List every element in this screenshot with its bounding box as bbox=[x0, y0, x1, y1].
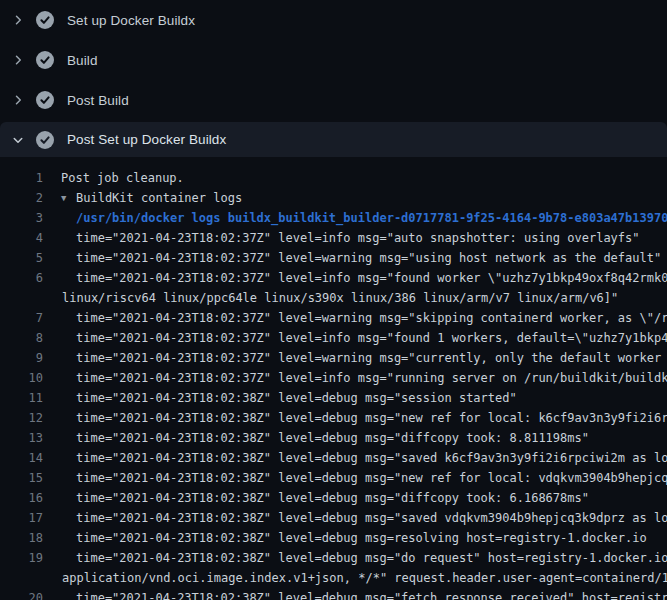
log-line-number bbox=[0, 568, 43, 588]
log-line-number[interactable]: 11 bbox=[0, 388, 43, 408]
log-line: 16 time="2021-04-23T18:02:38Z" level=deb… bbox=[0, 488, 667, 508]
log-line: 19 time="2021-04-23T18:02:38Z" level=deb… bbox=[0, 548, 667, 568]
step-label: Build bbox=[67, 53, 98, 68]
step-label: Set up Docker Buildx bbox=[67, 13, 195, 28]
check-circle-icon bbox=[36, 51, 54, 69]
log-line-number[interactable]: 12 bbox=[0, 408, 43, 428]
log-line-text: time="2021-04-23T18:02:38Z" level=debug … bbox=[76, 468, 667, 488]
check-circle-icon bbox=[36, 91, 54, 109]
log-line-text: time="2021-04-23T18:02:38Z" level=debug … bbox=[76, 548, 667, 568]
log-line: 14 time="2021-04-23T18:02:38Z" level=deb… bbox=[0, 448, 667, 468]
chevron-right-icon bbox=[10, 14, 36, 26]
log-line-text: time="2021-04-23T18:02:38Z" level=debug … bbox=[76, 448, 667, 468]
log-line-number[interactable]: 8 bbox=[0, 328, 43, 348]
log-line: 4 time="2021-04-23T18:02:37Z" level=info… bbox=[0, 228, 667, 248]
log-line: 7 time="2021-04-23T18:02:37Z" level=warn… bbox=[0, 308, 667, 328]
log-line-number[interactable]: 14 bbox=[0, 448, 43, 468]
log-line-text: application/vnd.oci.image.index.v1+json,… bbox=[62, 568, 667, 588]
log-line: 18 time="2021-04-23T18:02:38Z" level=deb… bbox=[0, 528, 667, 548]
group-collapse-triangle-icon[interactable]: ▼ bbox=[61, 188, 76, 208]
log-line-number[interactable]: 10 bbox=[0, 368, 43, 388]
chevron-right-icon bbox=[10, 54, 36, 66]
log-line-number[interactable]: 19 bbox=[0, 548, 43, 568]
log-line-text: time="2021-04-23T18:02:37Z" level=info m… bbox=[76, 368, 667, 388]
log-line-text: time="2021-04-23T18:02:37Z" level=warnin… bbox=[76, 248, 661, 268]
log-line-number[interactable]: 5 bbox=[0, 248, 43, 268]
log-line-wrap: application/vnd.oci.image.index.v1+json,… bbox=[0, 568, 667, 588]
check-circle-icon bbox=[36, 131, 54, 149]
log-line: 9 time="2021-04-23T18:02:37Z" level=warn… bbox=[0, 348, 667, 368]
log-line: 5 time="2021-04-23T18:02:37Z" level=warn… bbox=[0, 248, 667, 268]
log-line: 1 Post job cleanup. bbox=[0, 168, 667, 188]
log-line-number[interactable]: 18 bbox=[0, 528, 43, 548]
log-line-number[interactable]: 15 bbox=[0, 468, 43, 488]
log-line-number[interactable]: 6 bbox=[0, 268, 43, 288]
log-line: 17 time="2021-04-23T18:02:38Z" level=deb… bbox=[0, 508, 667, 528]
log-line-number[interactable]: 13 bbox=[0, 428, 43, 448]
log-line-number[interactable]: 9 bbox=[0, 348, 43, 368]
log-line-text: time="2021-04-23T18:02:38Z" level=debug … bbox=[76, 388, 517, 408]
log-line-wrap: linux/riscv64 linux/ppc64le linux/s390x … bbox=[0, 288, 667, 308]
step-set-up-docker-buildx[interactable]: Set up Docker Buildx bbox=[0, 0, 667, 40]
log-line-text: time="2021-04-23T18:02:38Z" level=debug … bbox=[76, 408, 667, 428]
chevron-right-icon bbox=[10, 94, 36, 106]
log-line-number[interactable]: 3 bbox=[0, 208, 43, 228]
check-circle-icon bbox=[36, 11, 54, 29]
log-line-text: linux/riscv64 linux/ppc64le linux/s390x … bbox=[62, 288, 618, 308]
log-line: 12 time="2021-04-23T18:02:38Z" level=deb… bbox=[0, 408, 667, 428]
log-line: 13 time="2021-04-23T18:02:38Z" level=deb… bbox=[0, 428, 667, 448]
step-post-set-up-docker-buildx-header[interactable]: Post Set up Docker Buildx bbox=[0, 122, 667, 157]
log-line-text: /usr/bin/docker logs buildx_buildkit_bui… bbox=[76, 208, 667, 228]
log-line: 11 time="2021-04-23T18:02:38Z" level=deb… bbox=[0, 388, 667, 408]
log-line-number[interactable]: 16 bbox=[0, 488, 43, 508]
log-line: 2 ▼ BuildKit container logs bbox=[0, 188, 667, 208]
log-line-text: time="2021-04-23T18:02:38Z" level=debug … bbox=[76, 428, 589, 448]
chevron-down-icon bbox=[10, 134, 36, 146]
log-line-text: time="2021-04-23T18:02:37Z" level=info m… bbox=[76, 268, 667, 288]
log-group-title[interactable]: BuildKit container logs bbox=[76, 188, 242, 208]
step-label: Post Set up Docker Buildx bbox=[67, 132, 226, 147]
step-post-build[interactable]: Post Build bbox=[0, 80, 667, 120]
log-line-command: 3 /usr/bin/docker logs buildx_buildkit_b… bbox=[0, 208, 667, 228]
log-line-number bbox=[0, 288, 43, 308]
log-line-number[interactable]: 17 bbox=[0, 508, 43, 528]
log-line: 15 time="2021-04-23T18:02:38Z" level=deb… bbox=[0, 468, 667, 488]
log-line-number[interactable]: 1 bbox=[0, 168, 43, 188]
log-line: 10 time="2021-04-23T18:02:37Z" level=inf… bbox=[0, 368, 667, 388]
log-line-number[interactable]: 20 bbox=[0, 588, 43, 600]
log-line-text: Post job cleanup. bbox=[61, 168, 184, 188]
log-line-text: time="2021-04-23T18:02:37Z" level=info m… bbox=[76, 228, 640, 248]
log-line-number[interactable]: 4 bbox=[0, 228, 43, 248]
log-line: 20 time="2021-04-23T18:02:38Z" level=deb… bbox=[0, 588, 667, 600]
log-line: 8 time="2021-04-23T18:02:37Z" level=info… bbox=[0, 328, 667, 348]
log-line-text: time="2021-04-23T18:02:38Z" level=debug … bbox=[76, 528, 647, 548]
log-line-text: time="2021-04-23T18:02:38Z" level=debug … bbox=[76, 508, 667, 528]
log-line-text: time="2021-04-23T18:02:38Z" level=debug … bbox=[76, 488, 589, 508]
step-label: Post Build bbox=[67, 93, 129, 108]
log-line-number[interactable]: 2 bbox=[0, 188, 43, 208]
log-output: 1 Post job cleanup. 2 ▼ BuildKit contain… bbox=[0, 157, 667, 600]
log-line-text: time="2021-04-23T18:02:37Z" level=info m… bbox=[76, 328, 667, 348]
log-line-number[interactable]: 7 bbox=[0, 308, 43, 328]
log-line: 6 time="2021-04-23T18:02:37Z" level=info… bbox=[0, 268, 667, 288]
log-line-text: time="2021-04-23T18:02:37Z" level=warnin… bbox=[76, 348, 667, 368]
log-line-text: time="2021-04-23T18:02:38Z" level=debug … bbox=[76, 588, 667, 600]
step-build[interactable]: Build bbox=[0, 40, 667, 80]
log-line-text: time="2021-04-23T18:02:37Z" level=warnin… bbox=[76, 308, 667, 328]
